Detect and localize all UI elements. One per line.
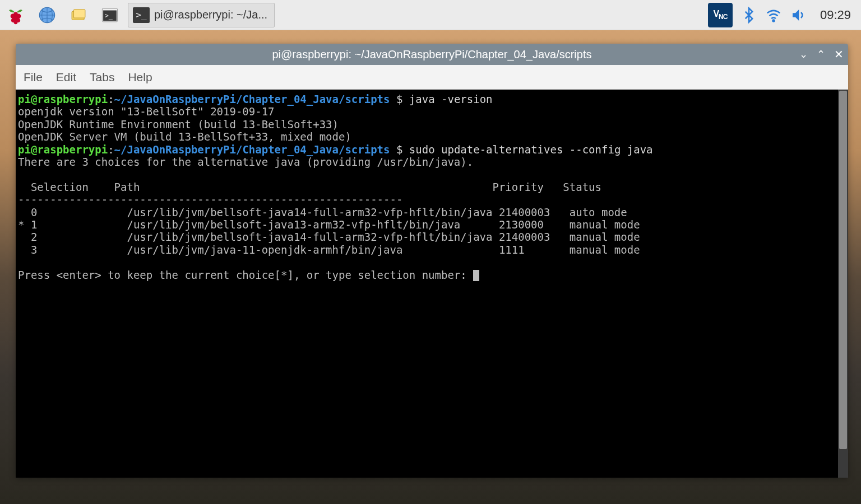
terminal-launcher-icon[interactable]: >_ xyxy=(96,2,123,29)
file-manager-icon[interactable] xyxy=(65,2,92,29)
taskbar-right: VNC 09:29 xyxy=(708,3,857,27)
clock[interactable]: 09:29 xyxy=(814,8,857,22)
terminal-icon: >_ xyxy=(133,7,150,23)
taskbar-app-terminal[interactable]: >_ pi@raspberrypi: ~/Ja... xyxy=(128,3,275,27)
scrollbar-thumb[interactable] xyxy=(839,91,847,449)
svg-point-13 xyxy=(772,20,774,21)
menu-help[interactable]: Help xyxy=(128,71,152,84)
terminal-body-wrap: pi@raspberrypi:~/JavaOnRaspberryPi/Chapt… xyxy=(16,90,848,478)
bluetooth-icon[interactable] xyxy=(740,7,757,24)
taskbar-app-label: pi@raspberrypi: ~/Ja... xyxy=(154,8,267,21)
svg-point-5 xyxy=(14,20,18,24)
close-button[interactable]: ✕ xyxy=(834,48,844,61)
raspberry-menu-icon[interactable] xyxy=(2,2,29,29)
volume-icon[interactable] xyxy=(790,7,807,24)
terminal-body[interactable]: pi@raspberrypi:~/JavaOnRaspberryPi/Chapt… xyxy=(16,90,838,478)
window-title: pi@raspberrypi: ~/JavaOnRaspberryPi/Chap… xyxy=(16,48,848,61)
vnc-icon[interactable]: VNC xyxy=(708,3,733,27)
menubar: File Edit Tabs Help xyxy=(16,65,848,90)
window-titlebar[interactable]: pi@raspberrypi: ~/JavaOnRaspberryPi/Chap… xyxy=(16,44,848,65)
menu-file[interactable]: File xyxy=(24,71,43,84)
menu-tabs[interactable]: Tabs xyxy=(90,71,114,84)
svg-text:>_: >_ xyxy=(105,12,113,20)
window-controls: ⌄ ⌃ ✕ xyxy=(799,44,844,65)
wifi-icon[interactable] xyxy=(765,7,782,24)
minimize-button[interactable]: ⌄ xyxy=(799,48,808,60)
svg-point-6 xyxy=(13,12,18,16)
globe-browser-icon[interactable] xyxy=(34,2,61,29)
menu-edit[interactable]: Edit xyxy=(56,71,76,84)
svg-rect-9 xyxy=(74,9,85,17)
maximize-button[interactable]: ⌃ xyxy=(817,48,825,60)
terminal-window: pi@raspberrypi: ~/JavaOnRaspberryPi/Chap… xyxy=(16,44,848,478)
taskbar: >_ >_ pi@raspberrypi: ~/Ja... VNC xyxy=(0,0,861,30)
taskbar-left: >_ >_ pi@raspberrypi: ~/Ja... xyxy=(2,2,706,29)
scrollbar[interactable] xyxy=(838,90,848,478)
